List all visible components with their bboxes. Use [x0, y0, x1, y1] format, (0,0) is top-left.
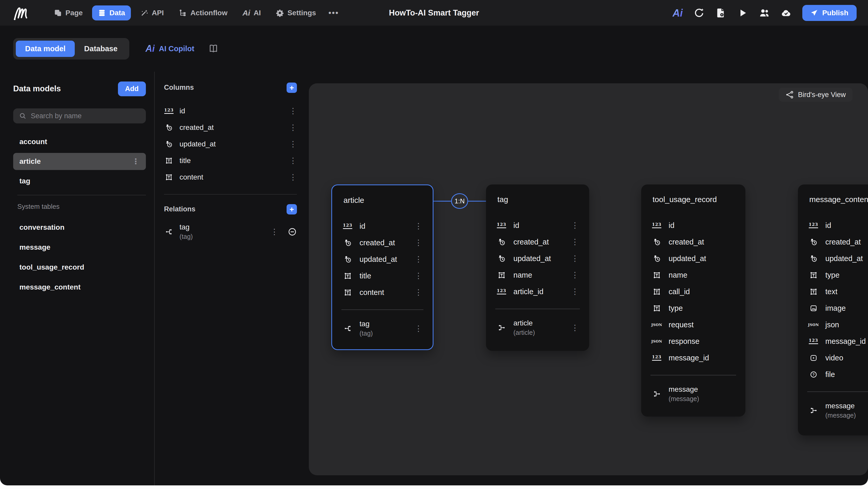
system-table-message[interactable]: message: [13, 239, 146, 256]
table-column[interactable]: created_at: [798, 234, 868, 250]
table-relation[interactable]: message (message): [798, 402, 868, 419]
docs-book-icon[interactable]: [208, 43, 219, 54]
column-name: message_id: [825, 337, 868, 346]
add-column-button[interactable]: +: [286, 83, 297, 93]
table-column[interactable]: 123 message_id: [641, 349, 745, 366]
column-row-created-at[interactable]: created_at ⋮: [164, 119, 297, 136]
table-column[interactable]: updated_at: [798, 250, 868, 267]
column-row-title[interactable]: title ⋮: [164, 152, 297, 169]
system-table-message-content[interactable]: message_content: [13, 279, 146, 296]
relation-name: tag: [180, 223, 271, 231]
ai-assistant-icon[interactable]: Ai: [673, 8, 683, 18]
column-menu-icon[interactable]: ⋮: [289, 140, 297, 148]
nav-item-api[interactable]: API: [134, 5, 170, 21]
table-column[interactable]: 123 article_id ⋮: [486, 283, 589, 300]
table-column[interactable]: name: [641, 267, 745, 283]
column-menu-icon[interactable]: ⋮: [289, 107, 297, 115]
table-column[interactable]: call_id: [641, 283, 745, 300]
column-menu-icon[interactable]: ⋮: [289, 157, 297, 164]
table-column[interactable]: type: [641, 300, 745, 316]
column-menu-icon[interactable]: ⋮: [289, 173, 297, 181]
column-menu-icon[interactable]: ⋮: [571, 238, 579, 246]
column-menu-icon[interactable]: ⋮: [414, 239, 422, 247]
relation-menu-icon[interactable]: ⋮: [571, 324, 579, 332]
project-settings-icon[interactable]: [715, 7, 726, 19]
table-column[interactable]: video: [798, 349, 868, 366]
table-relation[interactable]: article (article) ⋮: [486, 319, 589, 336]
column-row-updated-at[interactable]: updated_at ⋮: [164, 136, 297, 152]
nav-item-settings[interactable]: Settings: [270, 5, 321, 21]
table-column[interactable]: type: [798, 267, 868, 283]
cloud-saved-icon[interactable]: [781, 7, 792, 19]
column-menu-icon[interactable]: ⋮: [571, 221, 579, 229]
add-model-button[interactable]: Add: [118, 82, 146, 96]
preview-play-icon[interactable]: [737, 7, 748, 19]
table-column[interactable]: file: [798, 366, 868, 383]
column-menu-icon[interactable]: ⋮: [571, 288, 579, 296]
model-search[interactable]: [13, 109, 146, 123]
momen-logo-icon[interactable]: [11, 5, 30, 21]
table-column[interactable]: image: [798, 300, 868, 316]
nav-item-page[interactable]: Page: [48, 5, 89, 21]
column-menu-icon[interactable]: ⋮: [414, 222, 422, 230]
table-column[interactable]: JSON response: [641, 333, 745, 349]
table-column[interactable]: 123 id ⋮: [486, 217, 589, 234]
table-column[interactable]: 123 message_id: [798, 333, 868, 349]
ai-copilot-button[interactable]: Ai AI Copilot: [145, 44, 194, 53]
column-menu-icon[interactable]: ⋮: [414, 272, 422, 280]
table-column[interactable]: text: [798, 283, 868, 300]
table-card-tag[interactable]: tag 123 id ⋮ created_at ⋮: [486, 184, 589, 351]
model-menu-icon[interactable]: ⋮: [132, 158, 140, 165]
table-column[interactable]: created_at ⋮: [486, 234, 589, 250]
table-column[interactable]: 123 id: [641, 217, 745, 234]
table-relation[interactable]: tag (tag) ⋮: [332, 320, 433, 337]
table-card-tool-usage-record[interactable]: tool_usage_record 123 id created_at up: [641, 184, 745, 417]
column-menu-icon[interactable]: ⋮: [571, 271, 579, 279]
system-table-conversation[interactable]: conversation: [13, 219, 146, 236]
relation-cardinality-badge[interactable]: 1:N: [451, 193, 468, 209]
column-menu-icon[interactable]: ⋮: [289, 124, 297, 131]
table-card-message-content[interactable]: message_content 123 id created_at upda: [798, 184, 868, 435]
column-menu-icon[interactable]: ⋮: [414, 255, 422, 263]
table-column[interactable]: created_at ⋮: [332, 235, 433, 251]
table-column[interactable]: created_at: [641, 234, 745, 250]
text-type-icon: [652, 304, 662, 312]
table-column[interactable]: JSON request: [641, 316, 745, 333]
table-column[interactable]: updated_at: [641, 250, 745, 267]
model-item-article[interactable]: article ⋮: [13, 153, 146, 170]
nav-item-ai[interactable]: Ai AI: [237, 5, 267, 21]
relation-menu-icon[interactable]: ⋮: [271, 228, 278, 236]
nav-item-actionflow[interactable]: Actionflow: [173, 5, 233, 21]
table-column[interactable]: content ⋮: [332, 284, 433, 301]
history-icon[interactable]: [694, 7, 705, 19]
collaborators-icon[interactable]: [759, 7, 770, 19]
column-menu-icon[interactable]: ⋮: [414, 288, 422, 296]
model-item-tag[interactable]: tag: [13, 173, 146, 190]
table-column[interactable]: title ⋮: [332, 268, 433, 284]
model-item-account[interactable]: account: [13, 133, 146, 150]
tab-data-model[interactable]: Data model: [16, 41, 75, 57]
table-column[interactable]: updated_at ⋮: [332, 251, 433, 268]
column-menu-icon[interactable]: ⋮: [571, 254, 579, 262]
table-column[interactable]: 123 id ⋮: [332, 218, 433, 235]
table-column[interactable]: 123 id: [798, 217, 868, 234]
table-column[interactable]: JSON json: [798, 316, 868, 333]
search-input[interactable]: [31, 112, 140, 120]
table-relation[interactable]: message (message): [641, 385, 745, 403]
add-relation-button[interactable]: +: [286, 204, 297, 214]
tab-database[interactable]: Database: [75, 41, 127, 57]
relation-row-tag[interactable]: tag (tag) ⋮: [164, 223, 297, 240]
more-menu-icon[interactable]: •••: [326, 8, 342, 17]
column-row-content[interactable]: content ⋮: [164, 169, 297, 185]
publish-button[interactable]: Publish: [802, 5, 857, 21]
er-diagram-canvas[interactable]: Bird's-eye View 1:N article 123 id ⋮: [309, 83, 868, 475]
birdseye-view-button[interactable]: Bird's-eye View: [779, 88, 852, 102]
table-column[interactable]: updated_at ⋮: [486, 250, 589, 267]
system-table-tool-usage-record[interactable]: tool_usage_record: [13, 259, 146, 276]
hide-relation-icon[interactable]: [288, 227, 297, 237]
table-card-article[interactable]: article 123 id ⋮ created_at ⋮: [331, 184, 433, 350]
column-row-id[interactable]: 123 id ⋮: [164, 103, 297, 119]
relation-menu-icon[interactable]: ⋮: [414, 325, 422, 333]
nav-item-data[interactable]: Data: [92, 5, 131, 21]
table-column[interactable]: name ⋮: [486, 267, 589, 283]
